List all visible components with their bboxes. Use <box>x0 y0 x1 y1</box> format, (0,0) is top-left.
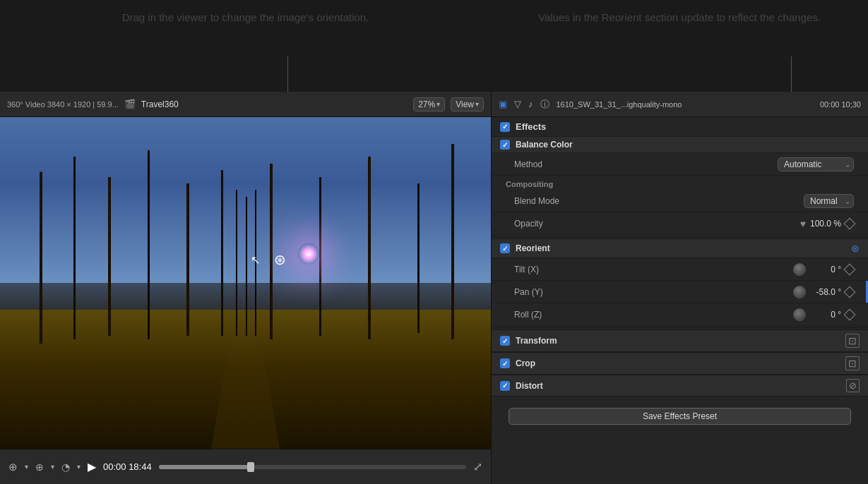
clock-chevron[interactable]: ▾ <box>77 463 81 471</box>
blend-mode-row: Blend Mode Normal Multiply Screen <box>492 190 868 212</box>
roll-keyframe-button[interactable] <box>844 308 856 320</box>
opacity-heart-icon: ♥ <box>800 218 806 229</box>
globe-chevron[interactable]: ▾ <box>25 463 28 471</box>
inspector-info-icon[interactable]: ⓘ <box>540 98 549 111</box>
pan-label: Pan (Y) <box>514 287 793 297</box>
balance-color-label: Balance Color <box>516 140 860 150</box>
balance-color-row: Balance Color <box>492 136 868 153</box>
method-select[interactable]: Automatic White Balance Skin Tone <box>778 157 854 171</box>
blend-mode-label: Blend Mode <box>514 196 804 206</box>
tilt-knob[interactable] <box>793 263 806 276</box>
crop-section-header: Crop ⊡ <box>492 352 868 375</box>
crop-label: Crop <box>516 358 840 368</box>
pan-keyframe-button[interactable] <box>844 286 856 298</box>
opacity-value: 100.0 % <box>810 219 841 229</box>
tilt-label: Tilt (X) <box>514 265 793 274</box>
video-viewer[interactable]: ↖ ⊛ <box>0 117 491 449</box>
opacity-row: Opacity ♥ 100.0 % <box>492 212 868 235</box>
clip-icon: 🎬 <box>124 99 136 109</box>
play-button[interactable]: ▶ <box>88 460 96 473</box>
transform-checkbox[interactable] <box>500 336 510 346</box>
annotation-right: Values in the Reorient section update to… <box>538 10 821 26</box>
zoom-value: 27% <box>418 99 435 109</box>
globe-mode-icon[interactable]: ⊕ <box>8 461 18 473</box>
transform-label: Transform <box>516 336 840 346</box>
pan-row: Pan (Y) -58.0 ° <box>492 281 868 303</box>
blend-mode-select[interactable]: Normal Multiply Screen <box>804 194 854 208</box>
roll-label: Roll (Z) <box>514 310 793 320</box>
annotation-left: Drag in the viewer to change the image's… <box>122 10 369 26</box>
clock-icon[interactable]: ◔ <box>61 461 70 473</box>
crop-icon: ⊡ <box>845 356 860 370</box>
inspector-filename: 1610_SW_31_31_...ighquality-mono <box>557 100 813 109</box>
method-label: Method <box>514 159 778 169</box>
viewer-info: 360° Video 3840 × 1920 | 59.9... <box>7 100 119 109</box>
view-label: View <box>456 99 474 109</box>
progress-marker <box>247 462 254 472</box>
inspector-filter-icon[interactable]: ▽ <box>514 99 521 109</box>
pan-value: -58.0 ° <box>810 287 841 297</box>
view-chevron: ▾ <box>475 100 479 108</box>
transform-icon: ⊡ <box>845 334 860 348</box>
tilt-value: 0 ° <box>810 265 841 274</box>
transform-tools-icon[interactable]: ⊕ <box>35 461 44 473</box>
zoom-control[interactable]: 27% ▾ <box>413 97 445 111</box>
tilt-row: Tilt (X) 0 ° <box>492 258 868 281</box>
balance-color-checkbox[interactable] <box>500 140 510 150</box>
cursor-icon: ↖ <box>251 253 260 267</box>
view-control[interactable]: View ▾ <box>451 97 484 111</box>
progress-fill <box>159 465 251 469</box>
playback-time: 00:00 18:44 <box>103 461 152 472</box>
effects-checkbox[interactable] <box>500 122 510 132</box>
reorient-icon[interactable]: ⊛ <box>851 243 860 254</box>
distort-icon: ⊘ <box>846 379 860 392</box>
tilt-keyframe-button[interactable] <box>844 263 856 275</box>
inspector-audio-icon[interactable]: ♪ <box>528 99 533 109</box>
opacity-keyframe-button[interactable] <box>844 217 856 229</box>
viewer-title: Travel360 <box>141 99 408 109</box>
annotation-line-right <box>791 56 792 92</box>
progress-bar[interactable] <box>159 465 466 469</box>
distort-checkbox[interactable] <box>500 381 510 391</box>
pan-knob[interactable] <box>793 286 806 298</box>
reorient-section-header: Reorient ⊛ <box>492 238 868 258</box>
inspector-time: 00:00 10;30 <box>820 100 861 109</box>
tools-chevron[interactable]: ▾ <box>51 463 54 471</box>
method-select-wrapper[interactable]: Automatic White Balance Skin Tone <box>778 157 854 171</box>
effects-label: Effects <box>516 121 546 132</box>
zoom-chevron: ▾ <box>436 100 440 108</box>
opacity-label: Opacity <box>514 219 800 229</box>
annotation-line-left <box>287 56 288 92</box>
roll-knob[interactable] <box>793 308 806 321</box>
compositing-group-label: Compositing <box>492 176 868 190</box>
roll-value: 0 ° <box>810 310 841 320</box>
fullscreen-button[interactable]: ⤢ <box>473 460 482 473</box>
reorient-label: Reorient <box>516 243 845 253</box>
reorient-checkbox[interactable] <box>500 243 510 253</box>
crop-checkbox[interactable] <box>500 358 510 368</box>
roll-row: Roll (Z) 0 ° <box>492 303 868 326</box>
blend-mode-select-wrapper[interactable]: Normal Multiply Screen <box>804 194 854 208</box>
method-row: Method Automatic White Balance Skin Tone <box>492 153 868 176</box>
distort-section-header: Distort ⊘ <box>492 375 868 397</box>
save-effects-preset-button[interactable]: Save Effects Preset <box>509 408 851 425</box>
reorient-icon-viewer: ⊛ <box>274 251 286 268</box>
transform-section-header: Transform ⊡ <box>492 329 868 352</box>
distort-label: Distort <box>516 381 840 391</box>
inspector-film-icon[interactable]: ▣ <box>499 99 507 109</box>
effects-section-header: Effects <box>492 117 868 136</box>
